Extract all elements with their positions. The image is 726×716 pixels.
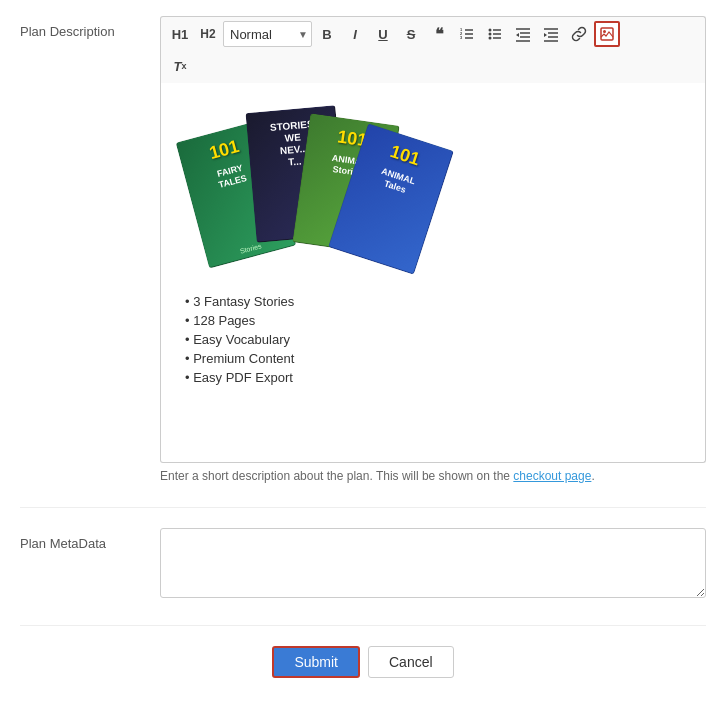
- editor-image-area: 101 FAIRYTALES Stories STORIESWENEV...T.…: [181, 99, 685, 274]
- plan-description-field: H1 H2 Normal Heading 1 Heading 2 Paragra…: [160, 16, 706, 483]
- helper-text: Enter a short description about the plan…: [160, 469, 706, 483]
- link-icon: [571, 26, 587, 42]
- clear-format-sub: x: [181, 61, 186, 71]
- strikethrough-button[interactable]: S: [398, 21, 424, 47]
- quote-button[interactable]: ❝: [426, 21, 452, 47]
- unordered-list-icon: [487, 26, 503, 42]
- plan-metadata-field: [160, 528, 706, 601]
- clear-format-label: T: [174, 59, 182, 74]
- svg-marker-21: [544, 33, 547, 37]
- image-icon: [600, 27, 614, 41]
- plan-metadata-label: Plan MetaData: [20, 528, 160, 551]
- plan-description-label: Plan Description: [20, 16, 160, 39]
- helper-text-after: .: [591, 469, 594, 483]
- svg-marker-16: [516, 33, 519, 37]
- list-item: Easy PDF Export: [181, 370, 685, 385]
- indent-button[interactable]: [538, 21, 564, 47]
- svg-point-23: [603, 30, 606, 33]
- submit-button[interactable]: Submit: [272, 646, 360, 678]
- buttons-divider: [20, 625, 706, 626]
- h1-button[interactable]: H1: [167, 21, 193, 47]
- plan-metadata-row: Plan MetaData: [20, 528, 706, 601]
- link-button[interactable]: [566, 21, 592, 47]
- outdent-icon: [515, 26, 531, 42]
- editor-toolbar-row2: Tx: [160, 51, 706, 83]
- section-divider: [20, 507, 706, 508]
- feature-list: 3 Fantasy Stories 128 Pages Easy Vocabul…: [181, 294, 685, 385]
- editor-toolbar-row1: H1 H2 Normal Heading 1 Heading 2 Paragra…: [160, 16, 706, 51]
- image-button[interactable]: [594, 21, 620, 47]
- svg-point-7: [489, 33, 492, 36]
- h2-button[interactable]: H2: [195, 21, 221, 47]
- form-buttons: Submit Cancel: [20, 646, 706, 678]
- clear-format-button[interactable]: Tx: [167, 53, 193, 79]
- checkout-page-link[interactable]: checkout page: [513, 469, 591, 483]
- helper-text-before: Enter a short description about the plan…: [160, 469, 513, 483]
- ordered-list-icon: 1 2 3: [459, 26, 475, 42]
- metadata-textarea[interactable]: [160, 528, 706, 598]
- indent-icon: [543, 26, 559, 42]
- svg-point-6: [489, 29, 492, 32]
- svg-text:3: 3: [460, 35, 463, 40]
- unordered-list-button[interactable]: [482, 21, 508, 47]
- list-item: 3 Fantasy Stories: [181, 294, 685, 309]
- font-style-select-wrap: Normal Heading 1 Heading 2 Paragraph ▼: [223, 21, 312, 47]
- italic-button[interactable]: I: [342, 21, 368, 47]
- books-fan: 101 FAIRYTALES Stories STORIESWENEV...T.…: [181, 99, 411, 274]
- bold-button[interactable]: B: [314, 21, 340, 47]
- page-container: Plan Description H1 H2 Normal Heading 1 …: [0, 0, 726, 694]
- list-item: 128 Pages: [181, 313, 685, 328]
- editor-content-area[interactable]: 101 FAIRYTALES Stories STORIESWENEV...T.…: [160, 83, 706, 463]
- outdent-button[interactable]: [510, 21, 536, 47]
- underline-button[interactable]: U: [370, 21, 396, 47]
- list-item: Easy Vocabulary: [181, 332, 685, 347]
- plan-description-row: Plan Description H1 H2 Normal Heading 1 …: [20, 16, 706, 483]
- font-style-select[interactable]: Normal Heading 1 Heading 2 Paragraph: [223, 21, 312, 47]
- list-item: Premium Content: [181, 351, 685, 366]
- svg-point-8: [489, 37, 492, 40]
- cancel-button[interactable]: Cancel: [368, 646, 454, 678]
- ordered-list-button[interactable]: 1 2 3: [454, 21, 480, 47]
